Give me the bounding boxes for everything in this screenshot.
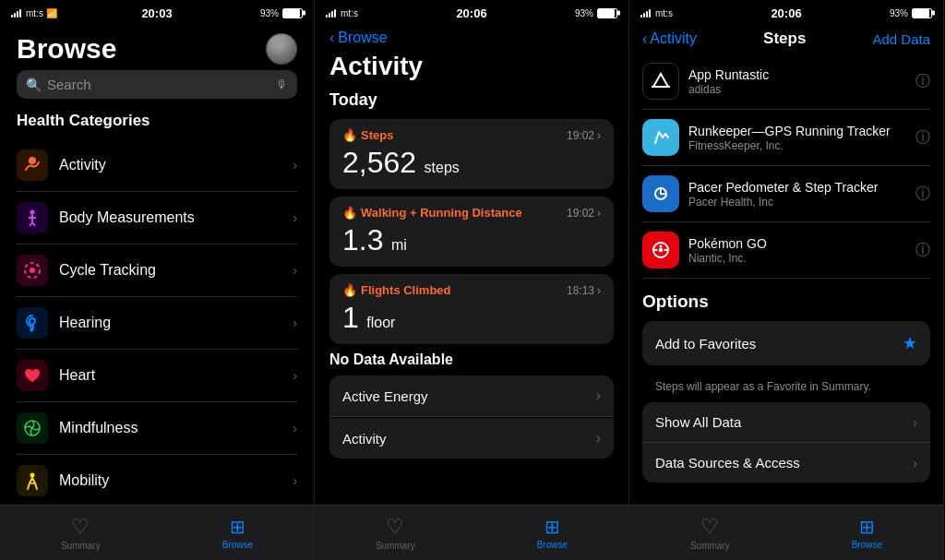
health-categories-title: Health Categories [17,112,297,130]
body-icon [22,208,42,228]
flights-card[interactable]: 🔥 Flights Climbed 18:13 › 1 floor [329,274,614,344]
status-left-3: mt:s [640,8,696,18]
add-data-button[interactable]: Add Data [872,31,930,47]
active-energy-chevron: › [596,387,601,404]
sidebar-item-mindfulness[interactable]: Mindfulness › [17,402,297,455]
carrier-text-3: mt:s [655,8,673,18]
add-favorites-label: Add to Favorites [655,336,903,351]
steps-card[interactable]: 🔥 Steps 19:02 › 2,562 steps [329,119,614,189]
activity2-chevron: › [596,430,601,447]
back-label-activity[interactable]: Browse [338,30,387,46]
hearing-icon-box [17,307,48,339]
adidas-app-item[interactable]: App Runtastic adidas ⓘ [642,54,930,110]
hearing-icon [22,313,42,333]
battery-icon-1 [282,8,303,18]
pacer-info-btn[interactable]: ⓘ [915,185,930,204]
walking-card[interactable]: 🔥 Walking + Running Distance 19:02 › 1.3… [329,197,614,267]
battery-2: 93% [575,8,593,18]
steps-value: 2,562 [342,146,416,179]
mobility-icon-box [17,465,48,496]
search-bar[interactable]: 🔍 Search 🎙 [17,70,297,99]
battery-icon-3 [912,8,932,18]
no-data-label: No Data Available [329,351,614,368]
app-list: App Runtastic adidas ⓘ Runkeeper—GPS Run… [629,54,943,279]
status-bar-3: mt:s 20:06 93% [629,0,943,26]
signal-icon-3 [640,8,651,18]
steps-value-row: 2,562 steps [342,146,601,180]
activity2-label: Activity [342,431,387,447]
pokemon-app-item[interactable]: Pokémon GO Niantic, Inc. ⓘ [642,222,930,279]
search-input[interactable]: Search [47,77,270,92]
tab-summary-3[interactable]: ♡ Summary [690,515,730,551]
data-sources-row[interactable]: Data Sources & Access › [642,443,930,483]
activity2-row[interactable]: Activity › [329,418,614,459]
signal-icon [11,8,21,18]
runkeeper-app-item[interactable]: Runkeeper—GPS Running Tracker FitnessKee… [642,110,930,166]
adidas-dev: adidas [688,83,906,96]
status-bar-2: mt:s 20:06 93% [315,0,628,26]
activity-label: Activity [59,157,293,173]
svg-point-19 [660,245,663,248]
pokemon-icon [642,232,679,268]
steps-card-time: 19:02 › [567,129,601,142]
runkeeper-icon [642,119,679,156]
steps-back[interactable]: ‹ Activity [642,30,697,47]
flights-chevron-icon: › [597,284,601,297]
walking-flame-icon: 🔥 [342,206,357,220]
activity-content: Activity Today 🔥 Steps 19:02 › 2,562 ste… [315,52,628,505]
runkeeper-info-btn[interactable]: ⓘ [915,128,930,148]
sidebar-item-heart[interactable]: Heart › [17,350,297,402]
tab-browse-3[interactable]: ⊞ Browse [852,516,882,550]
tab-browse-2[interactable]: ⊞ Browse [537,516,568,550]
add-favorites-row[interactable]: Add to Favorites ★ [642,321,930,365]
tab-summary-label-2: Summary [376,541,415,551]
browse-title: Browse [17,33,116,65]
mic-icon[interactable]: 🎙 [276,77,288,91]
sidebar-item-mobility[interactable]: Mobility › [17,455,297,505]
walking-unit: mi [391,237,407,253]
pokemon-info-btn[interactable]: ⓘ [915,241,930,260]
activity-back-nav[interactable]: ‹ Browse [315,26,628,52]
battery-1: 93% [260,8,279,18]
pacer-logo [648,181,674,207]
favorites-star-icon: ★ [903,333,917,353]
sidebar-item-body[interactable]: Body Measurements › [17,192,297,244]
tab-summary-1[interactable]: ♡ Summary [61,515,101,551]
steps-card-header: 🔥 Steps 19:02 › [342,128,601,142]
pacer-app-item[interactable]: Pacer Pedometer & Step Tracker Pacer Hea… [642,166,930,222]
hearing-label: Hearing [59,315,293,331]
activity-icon-box [17,149,48,181]
mindfulness-chevron: › [293,421,297,435]
avatar-image [266,33,297,65]
tab-summary-label-3: Summary [690,541,730,551]
activity-title: Activity [329,52,614,81]
sidebar-item-hearing[interactable]: Hearing › [17,297,297,350]
svg-point-1 [30,210,35,215]
battery-3: 93% [890,8,908,18]
show-all-row[interactable]: Show All Data › [642,402,930,443]
adidas-info: App Runtastic adidas [688,66,906,96]
tab-summary-2[interactable]: ♡ Summary [376,515,415,551]
tab-summary-label-1: Summary [61,541,101,551]
tab-browse-label-3: Browse [852,540,882,550]
back-label-steps[interactable]: Activity [650,30,697,47]
adidas-info-btn[interactable]: ⓘ [915,72,930,91]
avatar[interactable] [266,33,297,65]
steps-label: Steps [361,128,393,142]
active-energy-row[interactable]: Active Energy › [329,375,614,417]
steps-chevron-icon: › [597,129,601,142]
tab-browse-1[interactable]: ⊞ Browse [222,516,253,550]
mobility-chevron: › [293,473,297,488]
back-chevron-steps: ‹ [642,30,647,47]
heart-icon [22,365,42,386]
adidas-name: App Runtastic [688,66,906,83]
sidebar-item-cycle[interactable]: Cycle Tracking › [17,244,297,297]
steps-unit: steps [425,160,460,175]
cycle-icon-box [17,255,48,286]
grid-tab-icon-3: ⊞ [859,516,875,538]
heart-tab-icon-3: ♡ [700,515,719,539]
sidebar-item-activity[interactable]: Activity › [17,139,297,192]
status-bar-1: mt:s 📶 20:03 93% [0,0,314,26]
adidas-icon [642,63,679,100]
active-energy-label: Active Energy [342,388,428,404]
